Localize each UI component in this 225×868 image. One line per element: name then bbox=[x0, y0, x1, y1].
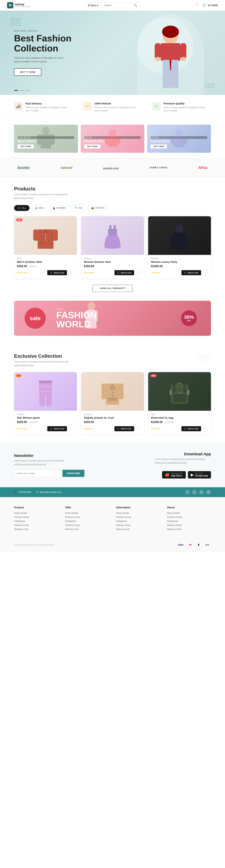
phone-icon: 📞 bbox=[14, 491, 17, 493]
footer-item-delivery-areas-3[interactable]: Delivery Areas bbox=[116, 524, 160, 526]
wishlist-pants[interactable]: ♡ bbox=[68, 426, 74, 431]
wishlist-gown[interactable]: ♡ bbox=[202, 270, 208, 276]
app-store-button[interactable]: 🍎 Download on the App Store bbox=[162, 471, 186, 478]
google-play-button[interactable]: ▶ GET IT ON Google play bbox=[188, 471, 211, 478]
indicator-2[interactable] bbox=[20, 90, 24, 91]
wishlist-jacket[interactable]: ♡ bbox=[136, 426, 141, 431]
add-to-cart-gown[interactable]: 🛒 Add to Cart bbox=[181, 270, 201, 275]
footer-item-product-house-4[interactable]: Product House bbox=[167, 516, 211, 518]
exclusive-image-jacket bbox=[81, 372, 144, 411]
wishlist-shirt[interactable]: ♡ bbox=[68, 270, 74, 276]
wishlist-bag[interactable]: ♡ bbox=[202, 426, 208, 431]
footer-item-categories-3[interactable]: Categories bbox=[116, 520, 160, 522]
footer-col-about-title: About bbox=[167, 506, 211, 509]
facebook-icon[interactable]: f bbox=[185, 490, 190, 495]
brand-james: JAMES ANNIE bbox=[146, 165, 171, 170]
pinterest-icon[interactable]: p bbox=[199, 490, 204, 495]
footer-item-shop-vendor-1[interactable]: Shop Vendor bbox=[14, 512, 58, 514]
wishlist-button[interactable]: ♡ bbox=[195, 3, 199, 7]
dress-svg bbox=[100, 220, 125, 251]
tab-men[interactable]: 👔 MEN bbox=[31, 205, 48, 211]
product-image-dress bbox=[81, 216, 144, 255]
hero-image bbox=[137, 14, 204, 95]
add-to-cart-shirt[interactable]: 🛒 Add to Cart bbox=[47, 270, 67, 275]
footer-copyright: copy right 2022 martup.com all rights re… bbox=[14, 544, 54, 546]
footer-item-delivery-cost-1[interactable]: Dentistry Cost bbox=[14, 528, 58, 530]
footer-item-delivery-cost-3[interactable]: Delivery Cost bbox=[116, 528, 160, 530]
twitter-icon[interactable]: t bbox=[192, 490, 197, 495]
brand-james-name: JAMES ANNIE bbox=[149, 166, 168, 169]
tab-kid[interactable]: 👕 KID bbox=[71, 205, 86, 211]
footer-item-shop-vendor-2[interactable]: Shop Vendor bbox=[65, 512, 109, 514]
cart-icon: 🛒 bbox=[202, 3, 207, 7]
add-to-cart-jacket[interactable]: 🛒 Add to Cart bbox=[114, 426, 134, 431]
feature-refund-text: 100% Refund There are many variations of… bbox=[94, 102, 142, 112]
women-icon: 👗 bbox=[53, 207, 56, 209]
tab-others-label: OTHERS bbox=[95, 207, 105, 209]
sale-percent-badge: 30% OFF bbox=[181, 310, 197, 326]
footer-item-delivery-areas-4[interactable]: Delivery Areas bbox=[167, 524, 211, 526]
footer-item-categories-1[interactable]: Categories bbox=[14, 520, 58, 522]
svg-rect-74 bbox=[173, 393, 186, 402]
newsletter-section: Newsletter Lorem Ipsum is simply dummy t… bbox=[0, 443, 225, 487]
search-input[interactable] bbox=[104, 4, 132, 7]
footer-item-product-house-1[interactable]: Product House bbox=[14, 516, 58, 518]
svg-point-38 bbox=[45, 240, 46, 241]
carousel-prev[interactable]: ‹ bbox=[198, 355, 204, 360]
view-all-button[interactable]: VIEW ALL PRODUCT bbox=[92, 285, 132, 292]
exclusive-stars-bag: ★★★★☆ bbox=[151, 427, 162, 430]
sale-percent-circle: 30% OFF bbox=[181, 310, 197, 326]
newsletter-input[interactable] bbox=[14, 470, 62, 477]
wishlist-dress[interactable]: ♡ bbox=[136, 270, 141, 276]
exclusive-card-bag: 15% bbox=[148, 372, 211, 434]
svg-rect-52 bbox=[85, 310, 89, 322]
hero-cta-button[interactable]: GET IT NOW bbox=[14, 68, 41, 76]
add-to-cart-pants[interactable]: 🛒 Add to Cart bbox=[47, 426, 67, 431]
logo[interactable]: M martup FURNITURE STORE bbox=[7, 2, 30, 8]
indicator-1[interactable] bbox=[14, 90, 18, 91]
footer-col-information: Information Shop Vendor Product House Ca… bbox=[116, 506, 160, 532]
footer-col-information-title: Information bbox=[116, 506, 160, 509]
svg-rect-64 bbox=[102, 383, 106, 399]
svg-rect-50 bbox=[181, 223, 182, 225]
tab-others[interactable]: 👜 OTHERS bbox=[87, 205, 108, 211]
footer-item-delivery-areas-5[interactable]: Delivery Areas bbox=[167, 528, 211, 530]
footer-item-product-house-2[interactable]: Product House bbox=[65, 516, 109, 518]
footer-item-delivery-cost-2[interactable]: Delivery Cost bbox=[65, 528, 109, 530]
footer-item-delivery-areas-1[interactable]: Delivery Areas bbox=[14, 524, 58, 526]
svg-rect-55 bbox=[39, 380, 52, 383]
phone-number: 1234567890 bbox=[18, 491, 31, 493]
carousel-nav: ‹ › bbox=[198, 355, 211, 360]
svg-rect-21 bbox=[174, 137, 184, 148]
footer-item-delivery-areas-2[interactable]: Delivery Areas bbox=[65, 524, 109, 526]
cart-button[interactable]: 🛒 02 ITEMS bbox=[202, 3, 218, 7]
search-icon[interactable]: 🔍 bbox=[134, 4, 137, 7]
carousel-next[interactable]: › bbox=[205, 355, 211, 360]
svg-rect-13 bbox=[40, 134, 51, 148]
bag-svg bbox=[166, 377, 193, 405]
svg-rect-40 bbox=[114, 225, 116, 229]
menu-button[interactable]: ☰ Menu ▾ bbox=[86, 3, 101, 8]
svg-rect-56 bbox=[39, 395, 45, 406]
instagram-icon[interactable]: in bbox=[206, 490, 211, 495]
footer-bottom: copy right 2022 martup.com all rights re… bbox=[14, 539, 211, 547]
tab-all[interactable]: 🛒 ALL bbox=[14, 205, 30, 211]
svg-rect-39 bbox=[109, 225, 111, 229]
product-category-shirt: MEN bbox=[17, 258, 74, 259]
footer-item-shop-vendor-3[interactable]: Shop Vendor bbox=[116, 512, 160, 514]
footer-item-categories-4[interactable]: Categories bbox=[167, 520, 211, 522]
footer-columns: Product Shop Vendor Product House Catego… bbox=[14, 506, 211, 532]
app-buttons: 🍎 Download on the App Store ▶ GET IT ON … bbox=[162, 471, 211, 478]
footer-item-shop-vendor-4[interactable]: Shop Vendor bbox=[167, 512, 211, 514]
add-to-cart-dress[interactable]: 🛒 Add to Cart bbox=[114, 270, 134, 275]
footer-item-categories-2[interactable]: Categories bbox=[65, 520, 109, 522]
add-to-cart-bag[interactable]: 🛒 Add to Cart bbox=[181, 426, 201, 431]
indicator-3[interactable] bbox=[25, 90, 30, 91]
tab-women[interactable]: 👗 WOMEN bbox=[49, 205, 69, 211]
exclusive-name-pants: Star Women pants bbox=[17, 416, 74, 419]
product-category-dress: WOMEN bbox=[84, 258, 141, 259]
newsletter-subscribe-button[interactable]: SUBSCRIBE bbox=[62, 470, 84, 477]
logo-name: martup bbox=[15, 3, 30, 6]
svg-point-44 bbox=[180, 227, 181, 228]
footer-item-product-house-3[interactable]: Product House bbox=[116, 516, 160, 518]
